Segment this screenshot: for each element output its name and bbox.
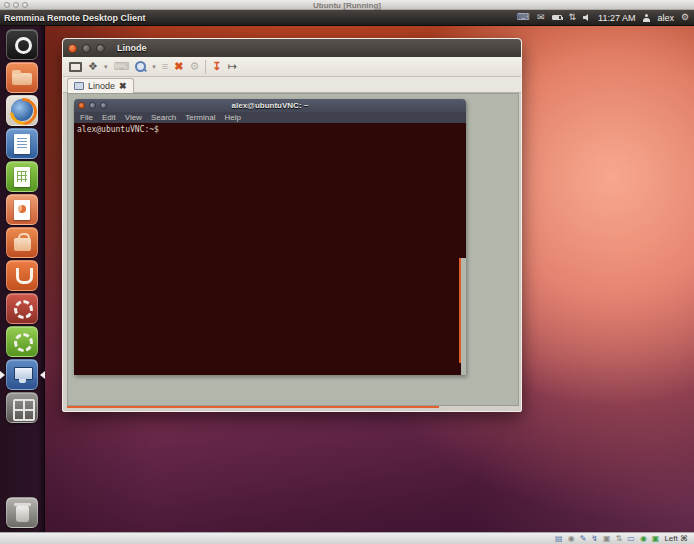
- scale-icon[interactable]: ❖: [88, 61, 98, 72]
- zoom-dropdown-icon[interactable]: ▾: [152, 63, 156, 71]
- zoom-icon[interactable]: [135, 61, 146, 72]
- hdd-icon[interactable]: ▤: [555, 535, 563, 543]
- terminal-titlebar[interactable]: alex@ubuntuVNC: ~: [74, 99, 466, 112]
- keyboard-capture-icon[interactable]: ▣: [652, 535, 660, 543]
- terminal-menubar: File Edit View Search Terminal Help: [74, 112, 466, 123]
- home-folder-icon[interactable]: [6, 62, 38, 93]
- grab-keyboard-icon[interactable]: ⌨: [113, 61, 129, 72]
- clock[interactable]: 11:27 AM: [598, 13, 635, 23]
- tab-linode[interactable]: Linode ✖: [67, 78, 134, 93]
- window-close-button[interactable]: [68, 44, 77, 53]
- top-panel: Remmina Remote Desktop Client ⌨ ✉ ⇅ 11:2…: [0, 10, 694, 26]
- remmina-window-title: Linode: [117, 43, 147, 53]
- panel-app-title: Remmina Remote Desktop Client: [4, 13, 146, 23]
- menu-search[interactable]: Search: [151, 113, 176, 122]
- preferences-icon[interactable]: ≡: [162, 61, 168, 72]
- libreoffice-writer-icon[interactable]: [6, 128, 38, 159]
- minimize-to-tray-icon[interactable]: ↧: [212, 61, 221, 72]
- workspace-switcher-icon[interactable]: [6, 392, 38, 423]
- window-minimize-button[interactable]: [82, 44, 91, 53]
- host-key-label: Left ⌘: [664, 534, 688, 543]
- tools-icon[interactable]: ✖: [174, 61, 183, 72]
- host-window-titlebar: Ubuntu [Running]: [0, 0, 694, 10]
- screen: Ubuntu [Running] Remmina Remote Desktop …: [0, 0, 694, 544]
- network-icon[interactable]: ⇅: [616, 535, 623, 543]
- menu-help[interactable]: Help: [224, 113, 240, 122]
- network-arrows-icon[interactable]: ⇅: [569, 13, 577, 22]
- remmina-toolbar: ❖ ▾ ⌨ ▾ ≡ ✖ ⚙ ↧ ↦: [63, 57, 521, 77]
- panel-indicators: ⌨ ✉ ⇅ 11:27 AM alex ⚙: [517, 13, 694, 23]
- unity-launcher: [0, 26, 45, 532]
- volume-icon[interactable]: [583, 14, 591, 22]
- scale-dropdown-icon[interactable]: ▾: [104, 63, 108, 71]
- battery-icon[interactable]: [552, 15, 562, 20]
- audio-icon[interactable]: ✎: [580, 535, 587, 543]
- tab-close-icon[interactable]: ✖: [119, 82, 127, 91]
- usb-icon[interactable]: ↯: [591, 535, 598, 543]
- settings-gear-icon[interactable]: ⚙: [189, 61, 199, 72]
- menu-edit[interactable]: Edit: [102, 113, 116, 122]
- menu-view[interactable]: View: [125, 113, 142, 122]
- username[interactable]: alex: [657, 13, 674, 23]
- disconnect-icon[interactable]: ↦: [228, 61, 237, 72]
- vnc-artifact-orange-hline: [67, 406, 439, 408]
- terminal-title: alex@ubuntuVNC: ~: [74, 101, 466, 110]
- vnc-artifact-orange-vline: [459, 258, 461, 363]
- tab-screen-icon: [74, 82, 84, 90]
- keyboard-indicator-icon[interactable]: ⌨: [517, 13, 530, 22]
- vnc-artifact-gray: [461, 258, 466, 375]
- terminal-prompt: alex@ubuntuVNC:~$: [77, 125, 159, 134]
- system-settings-icon[interactable]: [6, 293, 38, 324]
- cd-icon[interactable]: ◉: [568, 535, 575, 543]
- display-icon[interactable]: ▭: [627, 535, 635, 543]
- remmina-titlebar[interactable]: Linode: [63, 39, 521, 57]
- libreoffice-calc-icon[interactable]: [6, 161, 38, 192]
- libreoffice-impress-icon[interactable]: [6, 194, 38, 225]
- trash-icon[interactable]: [6, 497, 38, 528]
- firefox-icon[interactable]: [6, 95, 38, 126]
- mail-icon[interactable]: ✉: [537, 13, 545, 22]
- tab-label: Linode: [88, 81, 115, 91]
- host-window-title: Ubuntu [Running]: [0, 1, 694, 10]
- remote-terminal-window: alex@ubuntuVNC: ~ File Edit View Search …: [74, 99, 466, 375]
- mouse-integration-icon[interactable]: ◉: [640, 535, 647, 543]
- user-icon[interactable]: [642, 14, 650, 22]
- shared-folders-icon[interactable]: ▣: [603, 535, 611, 543]
- session-gear-icon[interactable]: ⚙: [681, 13, 689, 22]
- focused-indicator-arrow: [36, 371, 45, 379]
- toolbar-separator: [205, 60, 206, 74]
- remmina-launcher-icon[interactable]: [6, 359, 38, 390]
- running-indicator-arrow: [0, 371, 9, 379]
- window-maximize-button[interactable]: [96, 44, 105, 53]
- dash-home-icon[interactable]: [6, 29, 38, 60]
- remmina-tabbar: Linode ✖: [63, 77, 521, 93]
- terminal-body[interactable]: alex@ubuntuVNC:~$: [74, 123, 466, 375]
- virtualbox-statusbar: ▤ ◉ ✎ ↯ ▣ ⇅ ▭ ◉ ▣ Left ⌘: [0, 532, 694, 544]
- menu-terminal[interactable]: Terminal: [185, 113, 215, 122]
- update-manager-icon[interactable]: [6, 326, 38, 357]
- software-center-icon[interactable]: [6, 227, 38, 258]
- remote-desktop-view[interactable]: alex@ubuntuVNC: ~ File Edit View Search …: [67, 93, 519, 406]
- fullscreen-icon[interactable]: [69, 62, 82, 72]
- menu-file[interactable]: File: [80, 113, 93, 122]
- remmina-window: Linode ❖ ▾ ⌨ ▾ ≡ ✖ ⚙ ↧ ↦ Linode ✖: [62, 38, 522, 412]
- ubuntu-one-icon[interactable]: [6, 260, 38, 291]
